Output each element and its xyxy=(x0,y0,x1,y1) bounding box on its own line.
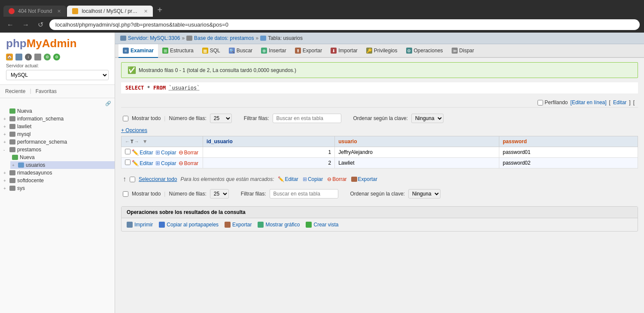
forward-button[interactable]: → xyxy=(20,20,32,30)
sidebar-item-sys[interactable]: + sys xyxy=(0,184,115,192)
sidebar-item-prestamos[interactable]: - prestamos xyxy=(0,146,115,153)
up-arrow-icon[interactable]: ↑ xyxy=(123,175,126,183)
expand-icon-mysql: + xyxy=(3,132,8,137)
pencil-icon: ✏️ xyxy=(132,149,139,156)
sidebar-label-sys: sys xyxy=(17,185,25,191)
sidebar-item-usuarios[interactable]: + usuarios xyxy=(10,161,115,169)
perfilando-bracket3: [ xyxy=(633,99,635,105)
breadcrumb-db-link[interactable]: Base de datos: prestamos xyxy=(194,35,254,41)
ops-box-title: Operaciones sobre los resultados de la c… xyxy=(122,207,638,218)
tab-sql[interactable]: ▦ SQL xyxy=(198,44,225,58)
sort-select-bottom[interactable]: Ninguna xyxy=(408,189,440,199)
url-bar[interactable] xyxy=(49,19,640,30)
bottom-edit-btn[interactable]: ✏️ Editar xyxy=(278,176,298,182)
sidebar-tab-favoritas[interactable]: Favoritas xyxy=(34,87,58,95)
logo-myadmin: MyAdmin xyxy=(27,37,77,50)
reload-button[interactable]: ↺ xyxy=(35,20,46,30)
browser-tab-404[interactable]: 404 Not Found ✕ xyxy=(3,6,66,17)
select-all-checkbox[interactable] xyxy=(130,177,135,182)
expand-icon-usuarios: + xyxy=(12,163,16,168)
filter-input-bottom[interactable] xyxy=(270,189,338,199)
sidebar-item-prestamos-nueva[interactable]: Nueva xyxy=(10,153,115,161)
tab-search[interactable]: 🔍 Buscar xyxy=(225,44,257,58)
controls-separator: | xyxy=(164,115,165,121)
tab-more[interactable]: ≫ Dispar xyxy=(447,44,479,58)
nav-icon-6[interactable]: ⚙ xyxy=(53,54,60,60)
th-sort-down[interactable]: ▼ xyxy=(143,138,148,144)
ops-copy-link[interactable]: Copiar al portapapeles xyxy=(159,222,219,228)
data-table: ← T → ▼ id_usuario usuario xyxy=(121,136,638,169)
sidebar-item-softdocente[interactable]: + softdocente xyxy=(0,177,115,184)
db-icon-is xyxy=(9,116,15,121)
tab-structure[interactable]: ⊞ Estructura xyxy=(158,44,198,58)
nav-icon-3[interactable]: i xyxy=(25,54,32,60)
options-link[interactable]: + Opciones xyxy=(121,127,147,133)
show-all-checkbox[interactable] xyxy=(123,116,128,121)
sidebar-item-mysql[interactable]: + mysql xyxy=(0,130,115,138)
back-button[interactable]: ← xyxy=(4,20,16,30)
tab-export[interactable]: ⬆ Exportar xyxy=(291,44,326,58)
sidebar-item-performance-schema[interactable]: + performance_schema xyxy=(0,138,115,146)
breadcrumb-server-link[interactable]: Servidor: MySQL:3306 xyxy=(128,35,180,41)
th-usuario[interactable]: usuario xyxy=(335,136,499,147)
tab-close-pma[interactable]: ✕ xyxy=(144,9,148,14)
rows-select[interactable]: 25 50 100 xyxy=(210,114,232,123)
row1-edit-btn[interactable]: ✏️ Editar xyxy=(132,149,153,156)
th-id-usuario[interactable]: id_usuario xyxy=(203,136,335,147)
ops-export-link[interactable]: Exportar xyxy=(225,222,252,228)
sort-select[interactable]: Ninguna xyxy=(411,114,444,123)
bottom-edit-icon: ✏️ xyxy=(278,176,284,182)
rows-select-bottom[interactable]: 25 50 xyxy=(210,189,229,199)
nav-icon-2[interactable] xyxy=(15,54,22,60)
tab-close-404[interactable]: ✕ xyxy=(57,9,61,14)
row2-checkbox[interactable] xyxy=(125,160,131,165)
row2-edit-btn[interactable]: ✏️ Editar xyxy=(132,160,153,166)
row2-delete-btn[interactable]: ⊖ Borrar xyxy=(179,160,198,166)
new-tab-button[interactable]: + xyxy=(154,3,166,17)
pma-main: Servidor: MySQL:3306 » Base de datos: pr… xyxy=(115,33,644,313)
sidebar-item-rimadesayunos[interactable]: + rimadesayunos xyxy=(0,169,115,177)
expand-icon-is: + xyxy=(3,117,8,121)
nav-icon-5[interactable]: ⚙ xyxy=(44,54,51,60)
home-icon[interactable]: 🏠 xyxy=(6,54,13,60)
server-select[interactable]: MySQL xyxy=(6,70,109,80)
tab-privileges[interactable]: 🔑 Privilegios xyxy=(362,44,402,58)
row1-copy-btn[interactable]: ⊞ Copiar xyxy=(155,149,176,156)
nav-icon-4[interactable] xyxy=(34,54,41,60)
edit-inline-link[interactable]: [Editar en línea] xyxy=(571,99,607,105)
tab-insert[interactable]: ⊕ Insertar xyxy=(257,44,291,58)
ops-print-link[interactable]: Imprimir xyxy=(127,222,153,228)
tab-favicon-404 xyxy=(9,8,15,14)
show-all-label: Mostrar todo xyxy=(132,115,161,121)
row1-checkbox[interactable] xyxy=(125,149,131,154)
row2-copy-btn[interactable]: ⊞ Copiar xyxy=(155,160,176,166)
show-all-checkbox-bottom[interactable] xyxy=(123,191,128,197)
sidebar-item-lawliet[interactable]: + lawliet xyxy=(0,123,115,130)
bottom-delete-btn[interactable]: ⊖ Borrar xyxy=(327,176,346,182)
perfilando-checkbox[interactable] xyxy=(538,100,543,105)
ops-view-link[interactable]: Crear vista xyxy=(306,222,338,228)
sidebar-tab-reciente[interactable]: Reciente xyxy=(3,87,27,95)
expand-icon-ps: + xyxy=(3,140,8,144)
sidebar-item-information-schema[interactable]: + information_schema xyxy=(0,115,115,123)
tab-browse[interactable]: ≡ Examinar xyxy=(118,44,158,58)
pma-content: ✅ Mostrando filas 0 - 1 (total de 2, La … xyxy=(115,58,644,313)
row1-delete-btn[interactable]: ⊖ Borrar xyxy=(179,149,198,156)
tab-operations[interactable]: ⚙ Operaciones xyxy=(402,44,447,58)
select-all-link[interactable]: Seleccionar todo xyxy=(139,176,177,182)
sidebar-item-nueva-top[interactable]: Nueva xyxy=(0,107,115,115)
ops-chart-link[interactable]: Mostrar gráfico xyxy=(258,222,300,228)
bottom-copy-btn[interactable]: ⊞ Copiar xyxy=(303,176,323,182)
filter-input[interactable] xyxy=(273,114,341,123)
tab-import[interactable]: ⬇ Importar xyxy=(326,44,362,58)
th-password[interactable]: password xyxy=(499,136,638,147)
bottom-export-btn[interactable]: Exportar xyxy=(351,176,377,182)
edit-link[interactable]: Editar xyxy=(613,99,626,105)
pma-nav-icons: 🏠 i ⚙ ⚙ xyxy=(6,53,109,61)
tab-export-label: Exportar xyxy=(303,48,322,54)
link-icon[interactable]: 🔗 xyxy=(105,101,111,106)
tab-search-label: Buscar xyxy=(237,48,252,54)
new-table-icon xyxy=(12,155,18,160)
browser-tab-pma[interactable]: localhost / MySQL / prestamos / ✕ xyxy=(67,6,153,17)
logo-php: php xyxy=(6,37,27,50)
